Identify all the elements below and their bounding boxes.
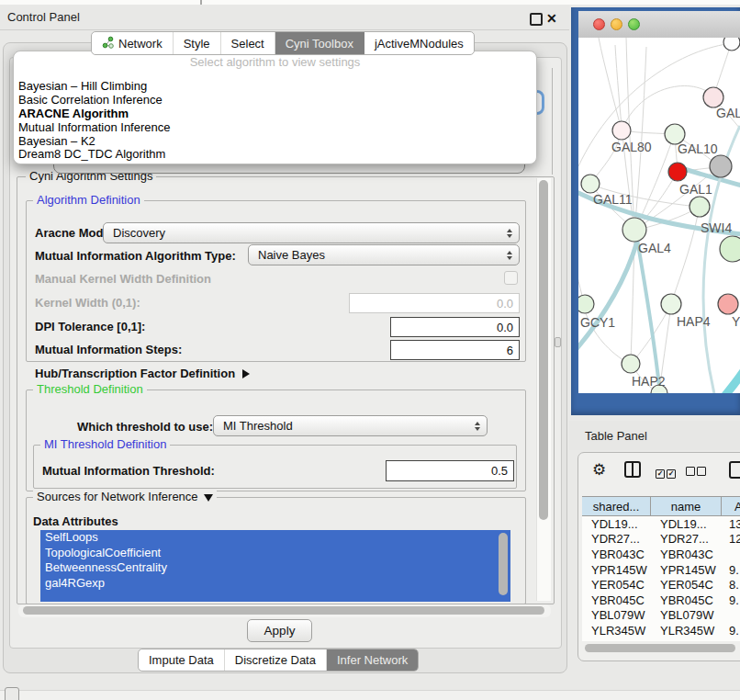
settings-vscrollbar-thumb[interactable] bbox=[539, 180, 548, 520]
attribute-item-selfloops[interactable]: SelfLoops bbox=[40, 530, 510, 546]
node-label-gal4: GAL4 bbox=[638, 241, 671, 255]
mi-type-combo[interactable]: Naive Bayes bbox=[248, 244, 520, 265]
table-cell: 8. bbox=[722, 578, 740, 592]
table-row[interactable]: YLR345WYLR345W9. bbox=[582, 623, 740, 638]
algorithm-item-aracne-algorithm[interactable]: ARACNE Algorithm bbox=[16, 107, 530, 121]
network-node-gal4[interactable] bbox=[622, 218, 646, 242]
network-node[interactable] bbox=[723, 38, 740, 51]
network-node-gal80[interactable] bbox=[612, 121, 631, 140]
table-panel-header: Table Panel bbox=[569, 421, 740, 450]
table-cell: YBR045C bbox=[651, 593, 722, 607]
float-window-icon[interactable] bbox=[530, 13, 543, 26]
node-label-hap4: HAP4 bbox=[677, 314, 711, 329]
settings-hscrollbar-thumb[interactable] bbox=[23, 606, 544, 615]
network-node-gal[interactable] bbox=[703, 87, 723, 107]
hub-definition-toggle[interactable]: Hub/Transcription Factor Definition bbox=[35, 367, 250, 380]
app-root: Control Panel ✕ NetworkStyleSelectCyni T… bbox=[0, 0, 740, 700]
network-node-gal11[interactable] bbox=[581, 175, 600, 193]
algorithm-definition-title: Algorithm Definition bbox=[33, 194, 144, 207]
algorithm-item-dream8-dc-tdc-algorithm[interactable]: Dream8 DC_TDC Algorithm bbox=[16, 148, 530, 162]
table-cell: YLR345W bbox=[582, 624, 651, 638]
network-node-gal1[interactable] bbox=[668, 163, 687, 181]
data-attributes-list: SelfLoopsTopologicalCoefficientBetweenne… bbox=[40, 530, 510, 602]
tab-select[interactable]: Select bbox=[221, 32, 275, 54]
table-row[interactable]: YBR045CYBR045C9. bbox=[582, 593, 740, 608]
manual-kernel-checkbox[interactable] bbox=[504, 271, 518, 285]
column-header-shared[interactable]: shared... bbox=[582, 497, 651, 515]
table-hscrollbar-thumb[interactable] bbox=[585, 644, 735, 652]
dpi-tolerance-field[interactable]: 0.0 bbox=[390, 317, 520, 337]
mi-threshold-field[interactable]: 0.5 bbox=[386, 460, 514, 481]
algorithm-item-basic-correlation-inference[interactable]: Basic Correlation Inference bbox=[16, 94, 530, 107]
sources-toggle[interactable]: Sources for Network Inference bbox=[33, 491, 217, 503]
collapsed-panel-icon[interactable] bbox=[5, 687, 19, 700]
tab-infer-network[interactable]: Infer Network bbox=[327, 649, 418, 671]
table-panel-window: ⚙ ✓✓ shared...nameA YDL19...YDL19...13YD… bbox=[577, 452, 740, 661]
table-row[interactable]: YBR043CYBR043C bbox=[582, 547, 740, 562]
table-cell: YBL079W bbox=[651, 608, 722, 622]
network-canvas[interactable]: GALGAL80GAL10GAL1GAL11SWI4GAL4HAP4YGCY1H… bbox=[578, 38, 740, 393]
mi-type-value: Naive Bayes bbox=[258, 248, 325, 262]
table-cell: 13 bbox=[722, 517, 740, 531]
table-row[interactable]: YBL079WYBL079W bbox=[582, 608, 740, 624]
algorithm-item-bayesian-hill-climbing[interactable]: Bayesian – Hill Climbing bbox=[16, 80, 530, 94]
network-node[interactable] bbox=[720, 236, 740, 262]
algorithm-item-mutual-information-inference[interactable]: Mutual Information Inference bbox=[16, 121, 530, 135]
column-selector-icon[interactable] bbox=[624, 461, 641, 478]
attribute-item-topologicalcoefficient[interactable]: TopologicalCoefficient bbox=[40, 546, 510, 561]
collapse-down-icon bbox=[204, 494, 213, 502]
close-traffic-light[interactable] bbox=[593, 18, 605, 30]
which-threshold-combo[interactable]: MI Threshold bbox=[213, 415, 488, 436]
table-row[interactable]: YER054CYER054C8. bbox=[582, 577, 740, 593]
tab-discretize-data[interactable]: Discretize Data bbox=[225, 649, 327, 671]
tab-cyni-toolbox[interactable]: Cyni Toolbox bbox=[275, 32, 364, 54]
kernel-width-field[interactable]: 0.0 bbox=[349, 293, 520, 313]
network-node-gcy1[interactable] bbox=[578, 295, 594, 313]
table-cell: 9. bbox=[722, 624, 740, 638]
tab-impute-data[interactable]: Impute Data bbox=[139, 649, 225, 671]
panel-splitter-handle[interactable] bbox=[555, 337, 561, 347]
table-row[interactable]: YIL052CYIL052C0. bbox=[582, 638, 740, 641]
network-node-hap2[interactable] bbox=[622, 355, 640, 373]
table-row[interactable]: YDL19...YDL19...13 bbox=[582, 516, 740, 532]
table-cell: 9. bbox=[722, 563, 740, 577]
attribute-item-clipped[interactable] bbox=[40, 591, 510, 602]
attribute-item-gal4rgexp[interactable]: gal4RGexp bbox=[40, 576, 510, 592]
table-row[interactable]: YDR27...YDR27...12 bbox=[582, 532, 740, 548]
network-node[interactable] bbox=[710, 155, 732, 177]
attribute-item-betweennesscentrality[interactable]: BetweennessCentrality bbox=[40, 560, 510, 576]
kernel-width-label: Kernel Width (0,1): bbox=[35, 296, 140, 310]
column-header-name[interactable]: name bbox=[651, 497, 722, 515]
table-options-icon[interactable] bbox=[729, 461, 740, 479]
mi-steps-field[interactable]: 6 bbox=[390, 340, 520, 360]
table-row[interactable]: YPR145WYPR145W9. bbox=[582, 562, 740, 578]
attributes-vscrollbar-thumb[interactable] bbox=[499, 533, 508, 595]
table-cell: YDL19... bbox=[582, 517, 651, 531]
table-cell: YBL079W bbox=[582, 608, 651, 622]
which-threshold-label: Which threshold to use: bbox=[77, 420, 213, 434]
dpi-tolerance-label: DPI Tolerance [0,1]: bbox=[35, 320, 145, 333]
select-all-icon[interactable]: ✓✓ bbox=[656, 465, 676, 479]
aracne-mode-combo[interactable]: Discovery bbox=[103, 222, 520, 243]
close-icon[interactable]: ✕ bbox=[546, 11, 557, 26]
node-label-gal11: GAL11 bbox=[593, 192, 633, 207]
network-node-y[interactable] bbox=[718, 294, 738, 314]
network-window-titlebar[interactable] bbox=[578, 11, 740, 39]
table-header-row: shared...nameA bbox=[582, 496, 740, 516]
cyni-bottom-tabbar: Impute DataDiscretize DataInfer Network bbox=[138, 649, 419, 672]
network-node-hap4[interactable] bbox=[661, 294, 681, 314]
table-cell: YDR27... bbox=[582, 532, 651, 546]
zoom-traffic-light[interactable] bbox=[628, 18, 640, 30]
apply-button[interactable]: Apply bbox=[247, 619, 312, 642]
deselect-all-icon[interactable] bbox=[686, 465, 706, 479]
table-cell: YPR145W bbox=[651, 563, 722, 577]
network-node-swi4[interactable] bbox=[690, 197, 710, 217]
tab-jactivemnodules[interactable]: jActiveMNodules bbox=[364, 32, 474, 54]
minimize-traffic-light[interactable] bbox=[611, 18, 622, 30]
algorithm-item-bayesian-k2[interactable]: Bayesian – K2 bbox=[16, 135, 530, 149]
settings-gear-icon[interactable]: ⚙ bbox=[592, 460, 606, 479]
mi-type-label: Mutual Information Algorithm Type: bbox=[35, 249, 236, 263]
tab-style[interactable]: Style bbox=[174, 32, 221, 54]
column-header-a[interactable]: A bbox=[722, 497, 740, 515]
tab-network[interactable]: Network bbox=[92, 32, 174, 54]
